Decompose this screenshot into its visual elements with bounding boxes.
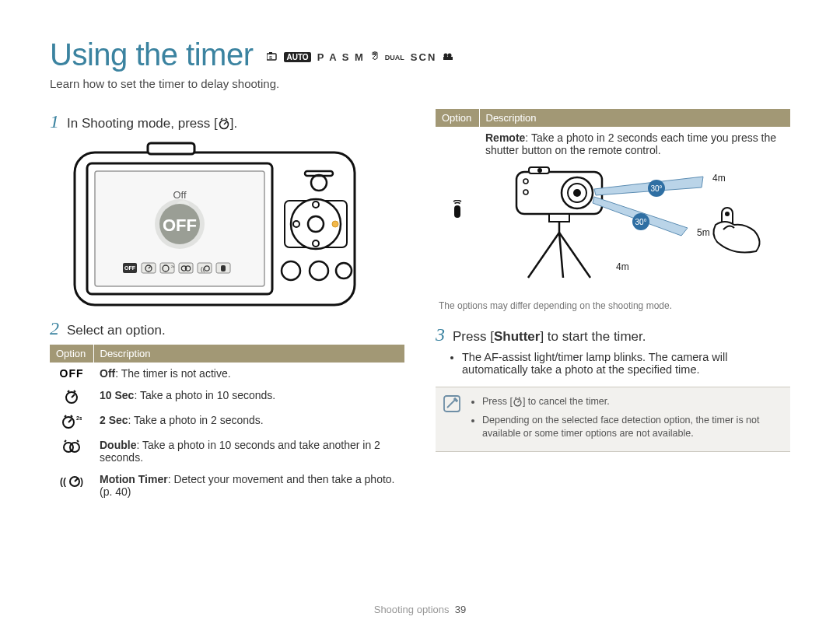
svg-point-38	[310, 261, 328, 280]
remote-icon	[436, 127, 479, 292]
mode-indicator-strip: S AUTO P A S M DUAL SCN	[267, 51, 453, 63]
page-subtitle: Learn how to set the timer to delay shoo…	[50, 77, 790, 90]
step-2-text: Select an option.	[67, 323, 166, 338]
timer-options-table-left: Option Description OFF Off: The timer is…	[50, 345, 404, 503]
step-number: 2	[50, 319, 59, 338]
motion-timer-icon: (()	[50, 468, 93, 503]
svg-rect-1	[269, 52, 272, 54]
svg-rect-57	[549, 214, 569, 222]
svg-text:S: S	[269, 55, 274, 60]
svg-point-39	[336, 263, 352, 278]
page-title: Using the timer	[50, 37, 253, 72]
timer-button-icon	[513, 397, 523, 411]
angle-label: 30°	[635, 218, 646, 226]
mode-scn: SCN	[411, 51, 436, 63]
col-header-description: Description	[479, 109, 790, 127]
col-header-option: Option	[436, 109, 479, 127]
timer-double-icon	[50, 434, 93, 468]
mode-dual: DUAL	[385, 54, 404, 61]
option-row-10sec: 10 Sec: Take a photo in 10 seconds.	[50, 384, 404, 409]
svg-rect-20	[179, 263, 193, 273]
screen-off-badge: OFF	[163, 215, 197, 235]
right-column: Option Description Remote: Take a photo …	[436, 104, 790, 503]
screen-off-label: Off	[173, 189, 186, 201]
content-columns: 1 In Shooting mode, press []. Off OFF	[50, 104, 790, 503]
svg-point-36	[332, 221, 338, 227]
movie-icon	[443, 51, 453, 63]
option-row-off: OFF Off: The timer is not active.	[50, 363, 404, 384]
title-row: Using the timer S AUTO P A S M DUAL SCN	[50, 37, 790, 72]
svg-point-61	[725, 212, 730, 216]
svg-text:((: ((	[60, 476, 66, 487]
footer-page-number: 39	[455, 604, 466, 615]
option-row-2sec: 2s 2 Sec: Take a photo in 2 seconds.	[50, 409, 404, 434]
option-row-motion: (() Motion Timer: Detect your movement a…	[50, 468, 404, 503]
options-footnote: The options may differ depending on the …	[439, 300, 790, 311]
note-cancel-timer: Press [] to cancel the timer.	[482, 395, 781, 411]
page-footer: Shooting options 39	[0, 604, 840, 615]
manual-page: Using the timer S AUTO P A S M DUAL SCN …	[0, 0, 840, 634]
col-header-option: Option	[50, 345, 93, 363]
col-header-description: Description	[93, 345, 404, 363]
note-box: Press [] to cancel the timer. Depending …	[436, 387, 790, 452]
svg-text:2s: 2s	[171, 264, 174, 268]
note-icon	[443, 395, 460, 443]
distance-4m-label: 4m	[712, 173, 726, 184]
timer-10s-icon	[50, 384, 93, 409]
smart-icon: S	[267, 51, 278, 63]
svg-text:): )	[80, 476, 83, 487]
off-icon: OFF	[50, 363, 93, 384]
timer-button-icon	[218, 117, 230, 134]
step-1-text: In Shooting mode, press [].	[67, 116, 237, 134]
svg-text:2s: 2s	[76, 415, 82, 421]
step-number: 3	[436, 325, 445, 344]
svg-point-3	[444, 54, 448, 58]
step-3-text: Press [Shutter] to start the timer.	[453, 329, 646, 345]
angle-label: 30°	[650, 184, 662, 193]
step-3: 3 Press [Shutter] to start the timer.	[436, 325, 790, 345]
option-row-remote: Remote: Take a photo in 2 seconds each t…	[436, 127, 790, 292]
svg-point-32	[308, 216, 324, 232]
svg-rect-27	[221, 265, 226, 271]
mode-auto-badge: AUTO	[284, 52, 310, 62]
remote-range-illustration: 30° 30° 4m 5m 4m	[485, 161, 781, 285]
left-column: 1 In Shooting mode, press []. Off OFF	[50, 104, 404, 503]
svg-point-44	[70, 443, 79, 452]
svg-point-37	[282, 261, 300, 280]
svg-point-4	[448, 54, 452, 58]
timer-options-table-right: Option Description Remote: Take a photo …	[436, 109, 790, 292]
camera-back-illustration: Off OFF OFF 2s ((	[70, 140, 366, 311]
option-row-double: Double: Take a photo in 10 seconds and t…	[50, 434, 404, 468]
note-face-detection: Depending on the selected face detection…	[482, 414, 781, 440]
svg-rect-8	[148, 143, 194, 154]
svg-rect-48	[454, 205, 460, 218]
step-3-bullet: The AF-assist light/timer lamp blinks. T…	[462, 351, 790, 376]
svg-point-51	[537, 168, 542, 173]
timer-2s-icon: 2s	[50, 409, 93, 434]
step-number: 1	[50, 112, 59, 131]
footer-section: Shooting options	[374, 604, 450, 615]
svg-point-54	[573, 189, 581, 197]
distance-5m-label: 5m	[697, 227, 710, 238]
step-1: 1 In Shooting mode, press [].	[50, 112, 404, 134]
mode-letters: P A S M	[317, 51, 365, 63]
svg-text:OFF: OFF	[124, 265, 136, 271]
svg-rect-5	[443, 57, 453, 60]
step-2: 2 Select an option.	[50, 319, 404, 338]
step-3-bullets: The AF-assist light/timer lamp blinks. T…	[462, 351, 790, 376]
palm-icon	[371, 51, 379, 63]
distance-4m-label: 4m	[616, 261, 629, 272]
